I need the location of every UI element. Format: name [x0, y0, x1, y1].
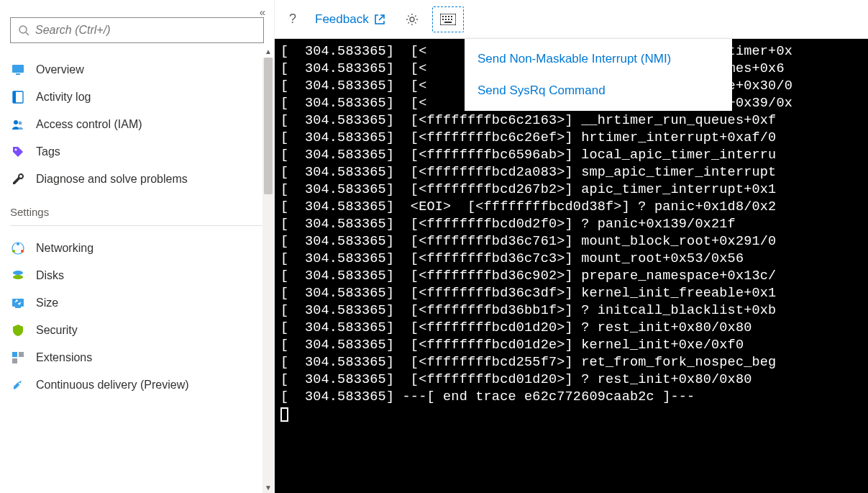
scrollbar-thumb[interactable] — [264, 58, 273, 194]
help-button[interactable]: ? — [283, 7, 302, 32]
svg-rect-27 — [442, 19, 444, 20]
wrench-icon — [10, 171, 26, 187]
svg-rect-18 — [19, 352, 24, 357]
svg-point-7 — [19, 122, 22, 125]
search-input-container[interactable] — [10, 17, 264, 43]
dropdown-item-sysrq[interactable]: Send SysRq Command — [465, 75, 732, 107]
extensions-icon — [10, 350, 26, 366]
search-input[interactable] — [35, 24, 256, 37]
gear-icon — [405, 12, 419, 27]
sidebar-item-label: Disks — [36, 269, 64, 282]
sidebar-item-diagnose[interactable]: Diagnose and solve problems — [0, 166, 274, 193]
sidebar-item-label: Access control (IAM) — [36, 118, 142, 131]
tag-icon — [10, 144, 26, 160]
svg-point-14 — [13, 275, 23, 279]
help-icon-label: ? — [289, 12, 296, 27]
feedback-label: Feedback — [315, 12, 369, 27]
svg-rect-15 — [12, 299, 24, 307]
sidebar-item-extensions[interactable]: Extensions — [0, 344, 274, 371]
collapse-sidebar-button[interactable]: « — [255, 4, 270, 19]
svg-point-11 — [12, 250, 15, 253]
log-icon — [10, 89, 26, 105]
sidebar-item-label: Diagnose and solve problems — [36, 173, 188, 186]
toolbar: ? Feedback — [275, 0, 868, 39]
svg-rect-28 — [445, 19, 447, 20]
console-cursor — [280, 407, 288, 422]
svg-point-12 — [21, 250, 24, 253]
svg-rect-17 — [12, 352, 17, 357]
sidebar-item-size[interactable]: Size — [0, 289, 274, 317]
svg-point-20 — [19, 383, 21, 385]
keyboard-icon — [440, 14, 456, 25]
monitor-icon — [10, 62, 26, 78]
svg-rect-29 — [448, 19, 449, 20]
svg-rect-25 — [448, 16, 449, 17]
sidebar-item-label: Security — [36, 324, 78, 337]
main-panel: ? Feedback — [275, 0, 868, 493]
sidebar: « Overview — [0, 0, 275, 493]
sidebar-item-label: Networking — [36, 242, 93, 255]
svg-rect-16 — [15, 307, 21, 308]
settings-heading: Settings — [0, 193, 274, 222]
divider — [10, 225, 264, 226]
svg-point-8 — [15, 149, 17, 151]
svg-point-21 — [410, 17, 414, 22]
svg-rect-19 — [12, 358, 17, 363]
sidebar-item-networking[interactable]: Networking — [0, 235, 274, 262]
svg-rect-3 — [16, 73, 20, 75]
disks-icon — [10, 268, 26, 284]
sidebar-item-overview[interactable]: Overview — [0, 56, 274, 83]
external-link-icon — [373, 13, 386, 26]
svg-rect-23 — [442, 16, 444, 17]
sidebar-item-label: Activity log — [36, 91, 91, 104]
scroll-down-icon[interactable]: ▼ — [262, 484, 274, 492]
feedback-link[interactable]: Feedback — [309, 7, 392, 32]
sidebar-item-access-control[interactable]: Access control (IAM) — [0, 111, 274, 138]
svg-rect-2 — [12, 65, 24, 73]
serial-console-commands-button[interactable] — [432, 6, 464, 32]
rocket-icon — [10, 377, 26, 393]
shield-icon — [10, 322, 26, 338]
nav-list-settings: Networking Disks — [0, 232, 274, 399]
svg-rect-26 — [451, 16, 452, 17]
scroll-up-icon[interactable]: ▲ — [262, 48, 274, 55]
svg-point-6 — [14, 120, 18, 125]
sidebar-item-label: Extensions — [36, 351, 92, 364]
network-icon — [10, 240, 26, 256]
nav-list-main: Overview Activity log — [0, 53, 274, 193]
sidebar-item-continuous-delivery[interactable]: Continuous delivery (Preview) — [0, 371, 274, 399]
svg-point-13 — [13, 271, 23, 275]
sidebar-item-security[interactable]: Security — [0, 317, 274, 344]
sidebar-item-label: Tags — [36, 145, 60, 158]
svg-rect-24 — [445, 16, 447, 17]
svg-line-1 — [26, 32, 29, 35]
sidebar-item-label: Size — [36, 297, 58, 309]
sidebar-item-disks[interactable]: Disks — [0, 262, 274, 289]
size-icon — [10, 295, 26, 311]
sidebar-item-label: Continuous delivery (Preview) — [36, 379, 189, 392]
people-icon — [10, 117, 26, 132]
svg-point-10 — [17, 243, 19, 245]
svg-rect-30 — [451, 19, 452, 20]
search-icon — [18, 24, 29, 36]
sidebar-scrollbar[interactable]: ▲ ▼ — [262, 58, 274, 493]
sidebar-item-label: Overview — [36, 63, 84, 76]
svg-rect-5 — [13, 91, 16, 103]
svg-rect-31 — [444, 22, 452, 23]
commands-dropdown: Send Non-Maskable Interrupt (NMI) Send S… — [465, 39, 732, 111]
settings-button[interactable] — [399, 7, 425, 32]
sidebar-item-activity-log[interactable]: Activity log — [0, 83, 274, 111]
sidebar-item-tags[interactable]: Tags — [0, 138, 274, 166]
dropdown-item-nmi[interactable]: Send Non-Maskable Interrupt (NMI) — [465, 43, 732, 75]
svg-point-0 — [19, 26, 27, 33]
